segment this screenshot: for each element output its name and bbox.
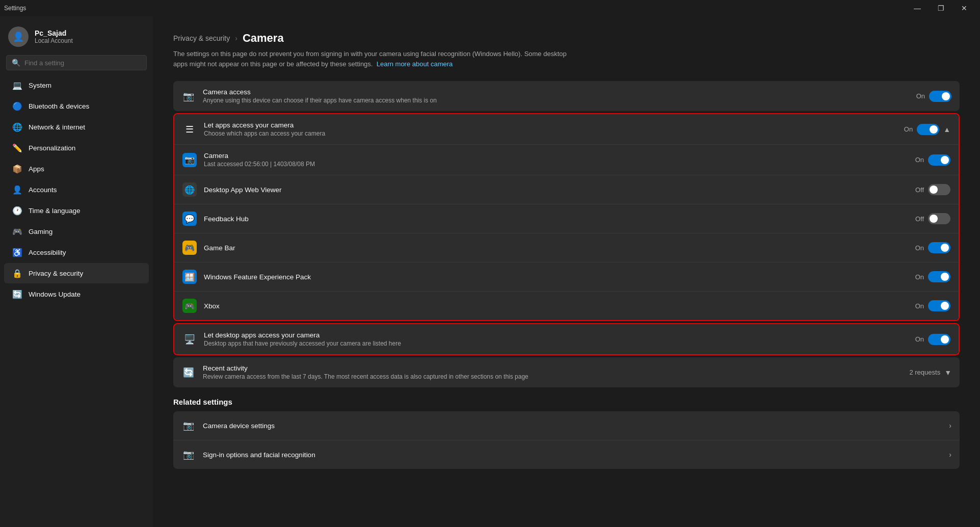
app-control-xbox: On: [915, 300, 950, 311]
titlebar: Settings — ❐ ✕: [0, 0, 980, 16]
app-state-desktop-web: Off: [915, 186, 924, 194]
related-chevron-signin: ›: [949, 451, 951, 459]
nav-icon-network: 🌐: [12, 122, 22, 132]
sidebar-item-system[interactable]: 💻 System: [4, 75, 149, 95]
titlebar-controls: — ❐ ✕: [906, 0, 976, 16]
app-control-desktop-web: Off: [915, 184, 950, 195]
app-state-gamebar: On: [915, 244, 924, 252]
camera-access-row: 📷 Camera access Anyone using this device…: [173, 81, 960, 111]
app-text-gamebar: Game Bar: [204, 244, 908, 252]
app-toggle-gamebar[interactable]: [928, 242, 950, 253]
app-rows: 📷 Camera Last accessed 02:56:00 | 1403/0…: [174, 144, 959, 320]
app-state-winfeature: On: [915, 273, 924, 281]
sidebar-item-network[interactable]: 🌐 Network & internet: [4, 117, 149, 137]
sidebar-item-time[interactable]: 🕐 Time & language: [4, 200, 149, 221]
related-text-signin: Sign-in options and facial recognition: [203, 451, 942, 459]
sidebar-item-accounts[interactable]: 👤 Accounts: [4, 179, 149, 200]
recent-activity-subtitle: Review camera access from the last 7 day…: [203, 373, 902, 380]
app-toggle-camera[interactable]: [928, 154, 950, 166]
camera-access-subtitle: Anyone using this device can choose if t…: [203, 97, 909, 104]
app-icon-camera: 📷: [182, 153, 197, 167]
search-box[interactable]: 🔍: [6, 55, 147, 70]
app-row-winfeature: 🪟 Windows Feature Experience Pack On: [174, 262, 959, 291]
app-text-desktop-web: Desktop App Web Viewer: [204, 186, 908, 194]
avatar: 👤: [8, 27, 29, 47]
sidebar-item-privacy[interactable]: 🔒 Privacy & security: [4, 263, 149, 283]
related-control-signin: ›: [949, 451, 951, 459]
main-content: Privacy & security › Camera The settings…: [153, 16, 980, 527]
sidebar-item-apps[interactable]: 📦 Apps: [4, 159, 149, 179]
app-state-feedback: Off: [915, 215, 924, 223]
sidebar-item-accessibility[interactable]: ♿ Accessibility: [4, 242, 149, 262]
requests-badge: 2 requests: [909, 368, 940, 376]
camera-access-card: 📷 Camera access Anyone using this device…: [173, 81, 960, 111]
breadcrumb-separator: ›: [235, 34, 237, 42]
sidebar-item-personalization[interactable]: ✏️ Personalization: [4, 138, 149, 158]
nav-icon-time: 🕐: [12, 205, 22, 216]
related-icon-signin: 📷: [181, 447, 196, 462]
nav-label-apps: Apps: [29, 165, 44, 173]
nav-icon-privacy: 🔒: [12, 268, 22, 278]
let-apps-state: On: [904, 125, 913, 133]
close-button[interactable]: ✕: [952, 0, 976, 16]
sidebar-item-bluetooth[interactable]: 🔵 Bluetooth & devices: [4, 96, 149, 116]
camera-access-text: Camera access Anyone using this device c…: [203, 88, 909, 104]
let-apps-chevron[interactable]: ▲: [943, 125, 950, 134]
nav-label-accounts: Accounts: [29, 186, 57, 194]
search-icon: 🔍: [12, 59, 20, 67]
related-item-camera-device[interactable]: 📷 Camera device settings ›: [173, 411, 960, 440]
app-toggle-winfeature[interactable]: [928, 271, 950, 282]
related-control-camera-device: ›: [949, 421, 951, 430]
camera-access-title: Camera access: [203, 88, 909, 96]
let-apps-access-section: ☰ Let apps access your camera Choose whi…: [173, 113, 960, 321]
recent-activity-title: Recent activity: [203, 364, 902, 372]
app-subtitle-camera: Last accessed 02:56:00 | 1403/08/08 PM: [204, 161, 908, 168]
app-toggle-xbox[interactable]: [928, 300, 950, 311]
learn-more-link[interactable]: Learn more about camera: [377, 60, 453, 68]
sidebar: 👤 Pc_Sajad Local Account 🔍 💻 System 🔵 Bl…: [0, 16, 153, 527]
nav-label-personalization: Personalization: [29, 144, 75, 152]
app-icon-winfeature: 🪟: [182, 270, 197, 284]
app-name-winfeature: Windows Feature Experience Pack: [204, 273, 908, 281]
desktop-apps-row: 🖥️ Let desktop apps access your camera D…: [174, 324, 959, 354]
recent-activity-icon: 🔄: [181, 365, 196, 380]
app-row-gamebar: 🎮 Game Bar On: [174, 233, 959, 262]
desktop-apps-section: 🖥️ Let desktop apps access your camera D…: [173, 323, 960, 355]
app-name-desktop-web: Desktop App Web Viewer: [204, 186, 908, 194]
nav-icon-apps: 📦: [12, 164, 22, 174]
search-input[interactable]: [24, 59, 141, 67]
minimize-button[interactable]: —: [906, 0, 929, 16]
related-item-signin[interactable]: 📷 Sign-in options and facial recognition…: [173, 440, 960, 469]
restore-button[interactable]: ❐: [929, 0, 952, 16]
nav-icon-gaming: 🎮: [12, 226, 22, 236]
camera-access-control: On: [916, 91, 951, 102]
camera-access-icon: 📷: [181, 89, 196, 103]
recent-activity-chevron[interactable]: ▼: [944, 368, 951, 377]
page-title: Camera: [243, 32, 284, 45]
let-apps-control: On ▲: [904, 124, 950, 135]
app-text-xbox: Xbox: [204, 302, 908, 310]
related-title-signin: Sign-in options and facial recognition: [203, 451, 942, 459]
camera-access-toggle[interactable]: [929, 91, 951, 102]
sidebar-item-gaming[interactable]: 🎮 Gaming: [4, 221, 149, 242]
user-profile[interactable]: 👤 Pc_Sajad Local Account: [0, 16, 153, 55]
app-state-xbox: On: [915, 302, 924, 310]
app-row-desktop-web: 🌐 Desktop App Web Viewer Off: [174, 175, 959, 204]
desktop-apps-toggle[interactable]: [928, 334, 950, 345]
desktop-apps-icon: 🖥️: [182, 332, 197, 347]
nav-list: 💻 System 🔵 Bluetooth & devices 🌐 Network…: [0, 74, 153, 305]
recent-activity-row[interactable]: 🔄 Recent activity Review camera access f…: [173, 357, 960, 387]
related-title-camera-device: Camera device settings: [203, 422, 942, 430]
sidebar-item-update[interactable]: 🔄 Windows Update: [4, 284, 149, 304]
app-toggle-desktop-web[interactable]: [928, 184, 950, 195]
let-apps-subtitle: Choose which apps can access your camera: [204, 130, 897, 137]
app-toggle-feedback[interactable]: [928, 213, 950, 224]
app-name-gamebar: Game Bar: [204, 244, 908, 252]
nav-icon-update: 🔄: [12, 289, 22, 299]
nav-label-time: Time & language: [29, 207, 81, 215]
related-text-camera-device: Camera device settings: [203, 422, 942, 430]
desktop-apps-state: On: [915, 335, 924, 343]
breadcrumb-parent[interactable]: Privacy & security: [173, 34, 230, 42]
app-row-feedback: 💬 Feedback Hub Off: [174, 204, 959, 233]
let-apps-toggle[interactable]: [917, 124, 939, 135]
